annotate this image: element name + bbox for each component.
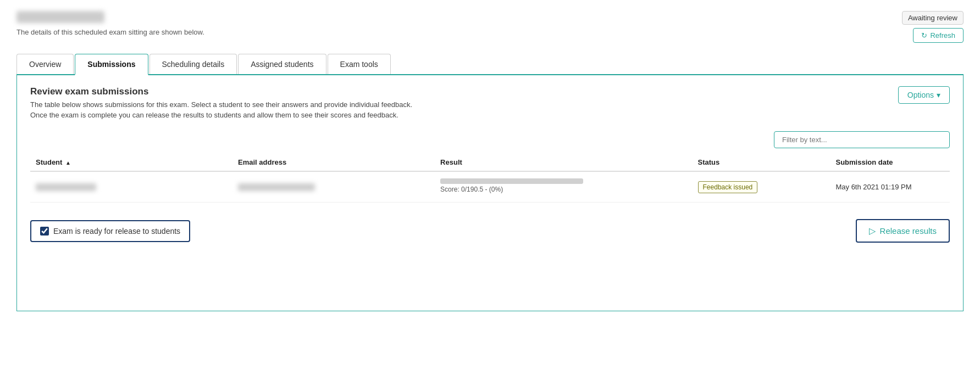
tab-overview[interactable]: Overview bbox=[16, 54, 74, 74]
tab-scheduling[interactable]: Scheduling details bbox=[150, 54, 237, 74]
header-area: The details of this scheduled exam sitti… bbox=[16, 11, 964, 43]
table-row[interactable]: Score: 0/190.5 - (0%) Feedback issued Ma… bbox=[30, 171, 950, 203]
result-text: Score: 0/190.5 - (0%) bbox=[440, 186, 686, 193]
student-name-blurred bbox=[36, 183, 96, 191]
content-panel: Review exam submissions The table below … bbox=[16, 75, 964, 311]
page-wrapper: The details of this scheduled exam sitti… bbox=[0, 0, 980, 370]
col-header-status[interactable]: Status bbox=[693, 154, 830, 171]
cell-status: Feedback issued bbox=[693, 171, 830, 203]
options-button[interactable]: Options ▾ bbox=[898, 86, 950, 104]
release-results-label: Release results bbox=[880, 226, 937, 236]
tabs-row: Overview Submissions Scheduling details … bbox=[16, 54, 964, 75]
page-title-blurred bbox=[16, 11, 104, 23]
release-checkbox-container[interactable]: Exam is ready for release to students bbox=[30, 220, 190, 242]
header-right: Awaiting review ↻ Refresh bbox=[902, 11, 964, 43]
panel-desc2: Once the exam is complete you can releas… bbox=[30, 111, 412, 119]
refresh-label: Refresh bbox=[930, 31, 955, 40]
email-blurred bbox=[238, 183, 315, 191]
refresh-button[interactable]: ↻ Refresh bbox=[913, 28, 964, 43]
page-subtitle: The details of this scheduled exam sitti… bbox=[16, 28, 204, 36]
cell-result: Score: 0/190.5 - (0%) bbox=[435, 171, 692, 203]
cell-student bbox=[30, 171, 232, 203]
submissions-table: Student ▲ Email address Result Status Su… bbox=[30, 154, 950, 203]
release-results-button[interactable]: ▷ Release results bbox=[856, 219, 950, 243]
result-bar bbox=[440, 178, 583, 184]
panel-title: Review exam submissions bbox=[30, 86, 412, 97]
feedback-badge: Feedback issued bbox=[698, 181, 758, 193]
refresh-icon: ↻ bbox=[921, 31, 927, 40]
status-badge: Awaiting review bbox=[902, 11, 964, 25]
tab-tools[interactable]: Exam tools bbox=[328, 54, 391, 74]
filter-input[interactable] bbox=[774, 131, 950, 148]
sort-arrow-icon: ▲ bbox=[65, 160, 71, 166]
result-bar-container: Score: 0/190.5 - (0%) bbox=[440, 178, 686, 193]
release-checkbox[interactable] bbox=[40, 227, 49, 236]
release-label: Exam is ready for release to students bbox=[53, 227, 180, 236]
col-header-result[interactable]: Result bbox=[435, 154, 692, 171]
tab-submissions[interactable]: Submissions bbox=[75, 54, 148, 75]
chevron-down-icon: ▾ bbox=[937, 91, 940, 99]
options-label: Options bbox=[907, 91, 934, 99]
header-left: The details of this scheduled exam sitti… bbox=[16, 11, 204, 36]
panel-desc1: The table below shows submissions for th… bbox=[30, 100, 412, 109]
play-icon: ▷ bbox=[869, 226, 876, 236]
action-row: Exam is ready for release to students ▷ … bbox=[30, 214, 950, 243]
tab-assigned[interactable]: Assigned students bbox=[238, 54, 326, 74]
table-header-row: Student ▲ Email address Result Status Su… bbox=[30, 154, 950, 171]
panel-description: Review exam submissions The table below … bbox=[30, 86, 412, 121]
cell-date: May 6th 2021 01:19 PM bbox=[830, 171, 950, 203]
filter-row bbox=[30, 131, 950, 148]
col-header-date[interactable]: Submission date bbox=[830, 154, 950, 171]
panel-header: Review exam submissions The table below … bbox=[30, 86, 950, 121]
cell-email bbox=[232, 171, 435, 203]
col-header-email[interactable]: Email address bbox=[232, 154, 435, 171]
col-header-student[interactable]: Student ▲ bbox=[30, 154, 232, 171]
